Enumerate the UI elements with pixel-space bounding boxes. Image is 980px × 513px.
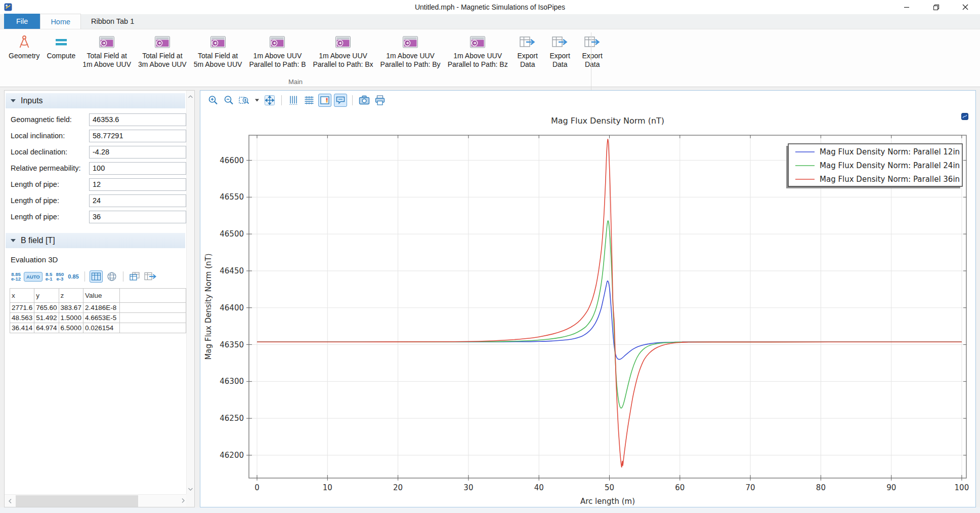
table-header-Value: Value xyxy=(83,289,119,303)
toolbar-separator xyxy=(352,95,353,105)
plot-window-icon xyxy=(470,34,486,50)
form-row-relative-permeability: Relative permeability: xyxy=(5,160,186,176)
sphere-view-button[interactable] xyxy=(105,270,118,283)
collapse-triangle-icon[interactable] xyxy=(11,239,16,242)
y-tick-label: 46300 xyxy=(220,377,244,386)
chart-title: Mag Flux Density Norm (nT) xyxy=(551,116,664,126)
inputs-section-title: Inputs xyxy=(21,96,43,105)
vertical-scrollbar[interactable] xyxy=(186,91,194,494)
horizontal-scrollbar[interactable] xyxy=(5,494,186,507)
plot-canvas[interactable]: 0102030405060708090100462004625046300463… xyxy=(201,110,975,506)
unit-deci-button[interactable]: 8.5e-1 xyxy=(45,271,53,282)
form-row-geomagnetic-field: Geomagnetic field: xyxy=(5,111,186,128)
table-row[interactable]: 2771.6765.60383.672.4186E-8 xyxy=(10,303,186,313)
plot-window-icon xyxy=(335,34,351,50)
scroll-up-icon[interactable] xyxy=(188,92,193,101)
print-button[interactable] xyxy=(373,94,387,107)
table-view-button[interactable] xyxy=(90,270,103,283)
show-axes-button[interactable] xyxy=(287,94,300,107)
ribbon-button-parallel-path-bx[interactable]: 1m Above UUV Parallel to Path: Bx xyxy=(311,31,376,69)
tab-file[interactable]: File xyxy=(4,14,40,29)
window-title: Untitled.mph - Magnetic Simulations of I… xyxy=(0,0,980,14)
bfield-section-header[interactable]: B field [T] xyxy=(6,233,185,248)
unit-auto-button[interactable]: AUTO xyxy=(24,272,42,282)
table-cell xyxy=(119,303,186,313)
field-input-length-of-pipe-2[interactable] xyxy=(89,194,186,207)
plot-window-icon xyxy=(154,34,171,50)
image-snapshot-button[interactable] xyxy=(358,94,371,107)
ribbon-button-export-data-1[interactable]: Export Data xyxy=(513,31,543,69)
unit-si-button[interactable]: 8.85e-12 xyxy=(11,271,21,282)
copy-table-button[interactable] xyxy=(128,270,141,283)
maximize-button[interactable] xyxy=(921,0,951,14)
ribbon-button-parallel-path-b[interactable]: 1m Above UUV Parallel to Path: B xyxy=(246,31,308,69)
zoom-out-button[interactable] xyxy=(222,94,235,107)
ribbon-button-label: Export Data xyxy=(549,52,570,69)
field-input-length-of-pipe-1[interactable] xyxy=(89,178,186,191)
ribbon-button-compute[interactable]: Compute xyxy=(44,31,78,60)
zoom-extents-button[interactable] xyxy=(263,94,276,107)
plot-tooltip-button[interactable] xyxy=(334,94,347,107)
ribbon-button-total-field-3m[interactable]: Total Field at 3m Above UUV xyxy=(136,31,189,69)
tab-home[interactable]: Home xyxy=(40,14,81,29)
ribbon-button-export-data-3[interactable]: Export Data xyxy=(577,31,608,69)
geometry-compass-icon xyxy=(17,34,32,50)
x-tick-label: 20 xyxy=(393,483,403,492)
field-input-local-declination[interactable] xyxy=(89,146,186,159)
scroll-left-icon[interactable] xyxy=(5,498,16,504)
zoom-box-button[interactable] xyxy=(238,94,251,107)
field-input-length-of-pipe-3[interactable] xyxy=(89,211,186,223)
table-header-filler xyxy=(119,289,186,303)
zoom-box-dropdown[interactable] xyxy=(253,94,261,107)
y-tick-label: 46350 xyxy=(220,340,244,349)
ribbon-button-parallel-path-bz[interactable]: 1m Above UUV Parallel to Path: Bz xyxy=(445,31,510,69)
ribbon-button-total-field-1m[interactable]: Total Field at 1m Above UUV xyxy=(80,31,134,69)
toolbar-separator xyxy=(123,271,123,282)
scroll-right-icon[interactable] xyxy=(181,496,185,505)
field-input-local-inclination[interactable] xyxy=(89,130,186,142)
table-cell: 6.5000 xyxy=(59,323,83,333)
x-tick-label: 0 xyxy=(254,483,260,492)
x-tick-label: 30 xyxy=(463,483,473,492)
ribbon-button-label: Compute xyxy=(47,52,75,60)
table-cell: 0.026154 xyxy=(83,323,119,333)
plot-window-icon xyxy=(269,34,285,50)
table-row[interactable]: 36.41464.9746.50000.026154 xyxy=(10,323,186,333)
collapse-triangle-icon[interactable] xyxy=(11,99,16,102)
scrollbar-thumb[interactable] xyxy=(16,495,138,507)
plot-window-icon xyxy=(210,34,226,50)
close-button[interactable] xyxy=(951,0,980,14)
export-table-button[interactable] xyxy=(144,270,157,283)
unit-plain-button[interactable]: 0.85 xyxy=(67,273,79,280)
tab-ribbon-tab-1[interactable]: Ribbon Tab 1 xyxy=(81,14,144,29)
ribbon-button-geometry[interactable]: Geometry xyxy=(6,31,42,60)
table-cell: 2.4186E-8 xyxy=(83,303,119,313)
y-tick-label: 46400 xyxy=(220,303,244,312)
form-row-local-declination: Local declination: xyxy=(5,144,186,160)
x-tick-label: 90 xyxy=(886,483,896,492)
form-row-local-inclination: Local inclination: xyxy=(5,128,186,144)
table-row[interactable]: 48.56351.4921.50004.6653E-5 xyxy=(10,313,186,323)
y-axis-label: Mag Flux Density Norm (nT) xyxy=(204,253,213,360)
inputs-section-header[interactable]: Inputs xyxy=(6,93,185,108)
field-input-relative-permeability[interactable] xyxy=(89,162,186,175)
show-legends-button[interactable] xyxy=(318,94,331,107)
zoom-in-button[interactable] xyxy=(206,94,220,107)
table-cell xyxy=(119,313,186,323)
ribbon-button-label: Geometry xyxy=(9,52,39,60)
form-row-length-of-pipe-2: Length of pipe: xyxy=(5,192,186,209)
scroll-down-icon[interactable] xyxy=(188,484,193,493)
show-grid-button[interactable] xyxy=(303,94,316,107)
ribbon-button-export-data-2[interactable]: Export Data xyxy=(545,31,575,69)
x-tick-label: 50 xyxy=(605,483,614,492)
table-cell: 383.67 xyxy=(59,303,83,313)
minimize-button[interactable] xyxy=(892,0,921,14)
field-input-geomagnetic-field[interactable] xyxy=(89,113,186,126)
chart-svg[interactable]: 0102030405060708090100462004625046300463… xyxy=(201,110,975,506)
unit-milli-button[interactable]: 850e-3 xyxy=(56,271,65,282)
ribbon-button-label: 1m Above UUV Parallel to Path: Bx xyxy=(313,52,373,69)
table-cell: 51.492 xyxy=(34,313,59,323)
plot-window-corner-icon[interactable] xyxy=(961,113,968,120)
ribbon-button-total-field-5m[interactable]: Total Field at 5m Above UUV xyxy=(191,31,245,69)
ribbon-button-parallel-path-by[interactable]: 1m Above UUV Parallel to Path: By xyxy=(378,31,443,69)
